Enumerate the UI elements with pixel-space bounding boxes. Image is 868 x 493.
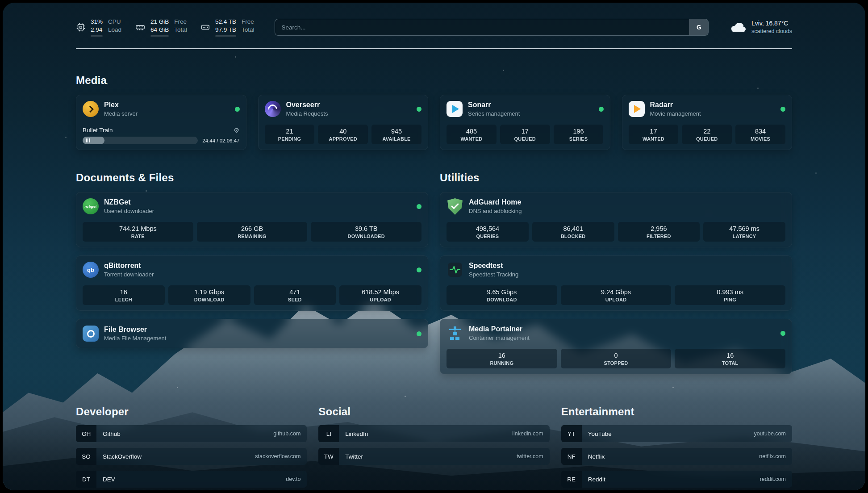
settings-gear-icon[interactable]: ⚙ — [234, 127, 239, 134]
memory-total-value: 64 GiB — [150, 26, 169, 34]
stat-blocked: 86,401 BLOCKED — [532, 222, 614, 242]
utilities-column: Utilities AdGuard Home DNS and adblockin… — [440, 171, 792, 382]
stat-movies: 834 MOVIES — [735, 125, 785, 144]
bookmark-name: Reddit — [588, 476, 605, 483]
header-divider — [76, 48, 792, 49]
stat-downloaded: 39.6 TB DOWNLOADED — [311, 222, 421, 242]
bookmark-abbr: RE — [561, 471, 582, 488]
status-dot — [417, 204, 421, 209]
service-card-filebrowser[interactable]: File Browser Media File Management — [76, 319, 428, 348]
plex-icon — [83, 101, 99, 117]
bookmark-reddit[interactable]: RE Reddit reddit.com — [561, 471, 792, 488]
service-description: Media File Management — [104, 335, 166, 343]
cpu-load-value: 2.94 — [91, 26, 103, 34]
service-card-adguard[interactable]: AdGuard Home DNS and adblocking 498,564 … — [440, 192, 792, 247]
disk-free-value: 52.4 TB — [215, 18, 236, 26]
weather-location: Lviv, 16.87°C — [751, 19, 792, 28]
playback-time: 24:44 / 02:06:47 — [202, 138, 239, 143]
bookmark-netflix[interactable]: NF Netflix netflix.com — [561, 448, 792, 465]
stat-rate: 744.21 Mbps RATE — [83, 222, 193, 242]
bookmark-name: Netflix — [588, 453, 605, 460]
portainer-icon — [447, 325, 463, 342]
service-description: Speedtest Tracking — [469, 271, 518, 279]
bookmark-url: twitter.com — [517, 453, 543, 460]
disk-label-top: Free — [242, 18, 255, 26]
service-card-qbittorrent[interactable]: qb qBittorrent Torrent downloader — [76, 255, 428, 311]
service-card-overseerr[interactable]: Overseerr Media Requests 21 PENDING — [258, 95, 429, 150]
bookmarks-entertainment: Entertainment YT YouTube youtube.com NF … — [561, 405, 792, 490]
memory-free-value: 21 GiB — [150, 18, 169, 26]
service-card-portainer[interactable]: Media Portainer Container management 16 … — [440, 319, 792, 374]
bookmark-stackoverflow[interactable]: SO StackOverflow stackoverflow.com — [76, 448, 307, 465]
disk-progress-bar — [215, 35, 236, 37]
memory-progress-bar — [150, 35, 169, 37]
search-provider-button[interactable]: G — [689, 19, 708, 35]
stat-wanted: 17 WANTED — [629, 125, 679, 144]
stat-download: 1.19 Gbps DOWNLOAD — [168, 285, 250, 305]
bookmark-abbr: NF — [561, 448, 582, 465]
playback-progress-bar[interactable] — [83, 137, 198, 144]
section-title-utilities: Utilities — [440, 171, 792, 184]
stat-filtered: 2,956 FILTERED — [618, 222, 700, 242]
stat-seed: 471 SEED — [254, 285, 336, 305]
dashboard-page: 31% 2.94 CPU Load — [0, 0, 868, 493]
weather-widget: Lviv, 16.87°C scattered clouds — [729, 19, 792, 35]
memory-label-bottom: Total — [174, 26, 187, 34]
cloud-icon — [729, 21, 746, 34]
stat-total: 16 TOTAL — [675, 349, 785, 368]
stat-wanted: 485 WANTED — [447, 125, 497, 144]
bookmarks-social: Social LI LinkedIn linkedin.com TW Twitt… — [318, 405, 549, 490]
service-name: Media Portainer — [469, 325, 530, 334]
service-card-radarr[interactable]: Radarr Movie management 17 WANTED 2 — [622, 95, 793, 150]
stat-upload: 9.24 Gbps UPLOAD — [561, 285, 672, 305]
stat-queued: 17 QUEUED — [500, 125, 550, 144]
status-dot — [780, 107, 785, 112]
service-description: Media Requests — [286, 110, 328, 118]
qbittorrent-icon: qb — [83, 262, 99, 278]
search-input[interactable] — [275, 19, 689, 35]
pause-icon[interactable] — [86, 138, 90, 142]
bookmark-name: LinkedIn — [345, 430, 368, 437]
service-name: qBittorrent — [104, 261, 154, 271]
memory-label-top: Free — [174, 18, 187, 26]
stat-remaining: 266 GB REMAINING — [197, 222, 308, 242]
bookmark-abbr: SO — [76, 448, 96, 465]
service-card-speedtest[interactable]: Speedtest Speedtest Tracking 9.65 Gbps D… — [440, 255, 792, 311]
bookmark-abbr: TW — [318, 448, 339, 465]
status-dot — [417, 331, 421, 336]
service-name: File Browser — [104, 325, 166, 334]
stat-upload: 618.52 Mbps UPLOAD — [339, 285, 421, 305]
section-title-entertainment: Entertainment — [561, 405, 792, 418]
bookmark-name: Github — [103, 430, 121, 437]
service-name: Sonarr — [468, 100, 520, 110]
cpu-widget: 31% 2.94 CPU Load — [76, 18, 121, 37]
bookmark-twitter[interactable]: TW Twitter twitter.com — [318, 448, 549, 465]
stat-pending: 21 PENDING — [265, 125, 315, 144]
service-description: DNS and adblocking — [469, 208, 522, 215]
stat-ping: 0.993 ms PING — [675, 285, 785, 305]
section-title-media: Media — [76, 74, 792, 87]
cpu-icon — [76, 22, 86, 32]
service-name: Overseerr — [286, 100, 328, 110]
stat-stopped: 0 STOPPED — [561, 349, 672, 368]
service-card-sonarr[interactable]: Sonarr Series management 485 WANTED — [440, 95, 610, 150]
stat-leech: 16 LEECH — [83, 285, 165, 305]
service-description: Container management — [469, 334, 530, 342]
service-name: NZBGet — [104, 198, 154, 207]
stat-available: 945 AVAILABLE — [371, 125, 421, 144]
disk-widget: 52.4 TB 97.9 TB Free Total — [200, 18, 255, 37]
bookmarks-developer: Developer GH Github github.com SO StackO… — [76, 405, 307, 490]
bookmark-abbr: LI — [318, 425, 339, 442]
bookmark-url: stackoverflow.com — [255, 453, 300, 460]
sonarr-icon — [447, 101, 463, 117]
bookmark-linkedin[interactable]: LI LinkedIn linkedin.com — [318, 425, 549, 442]
service-description: Series management — [468, 110, 520, 118]
bookmark-github[interactable]: GH Github github.com — [76, 425, 307, 442]
service-card-plex[interactable]: Plex Media server Bullet Train ⚙ — [76, 95, 246, 150]
top-bar: 31% 2.94 CPU Load — [3, 3, 865, 37]
search-bar: G — [275, 19, 709, 36]
cpu-progress-bar — [91, 35, 103, 37]
service-card-nzbget[interactable]: nzbget NZBGet Usenet downloader — [76, 192, 428, 247]
bookmark-youtube[interactable]: YT YouTube youtube.com — [561, 425, 792, 442]
bookmark-dev[interactable]: DT DEV dev.to — [76, 471, 307, 488]
